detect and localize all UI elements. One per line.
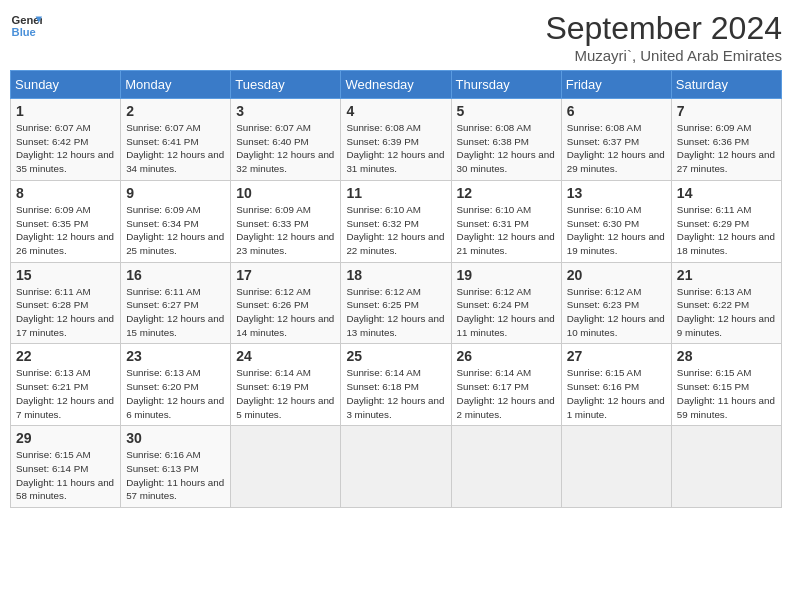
day-number: 8 — [16, 185, 115, 201]
day-info: Sunrise: 6:11 AM Sunset: 6:28 PM Dayligh… — [16, 285, 115, 340]
day-number: 17 — [236, 267, 335, 283]
header-cell-friday: Friday — [561, 71, 671, 99]
day-number: 21 — [677, 267, 776, 283]
day-info: Sunrise: 6:10 AM Sunset: 6:30 PM Dayligh… — [567, 203, 666, 258]
month-title: September 2024 — [545, 10, 782, 47]
day-number: 19 — [457, 267, 556, 283]
day-number: 4 — [346, 103, 445, 119]
calendar-cell: 5Sunrise: 6:08 AM Sunset: 6:38 PM Daylig… — [451, 99, 561, 181]
header-cell-thursday: Thursday — [451, 71, 561, 99]
day-number: 6 — [567, 103, 666, 119]
day-info: Sunrise: 6:14 AM Sunset: 6:18 PM Dayligh… — [346, 366, 445, 421]
day-number: 9 — [126, 185, 225, 201]
day-number: 20 — [567, 267, 666, 283]
calendar-cell: 22Sunrise: 6:13 AM Sunset: 6:21 PM Dayli… — [11, 344, 121, 426]
calendar-week-2: 8Sunrise: 6:09 AM Sunset: 6:35 PM Daylig… — [11, 180, 782, 262]
day-number: 13 — [567, 185, 666, 201]
calendar-cell: 23Sunrise: 6:13 AM Sunset: 6:20 PM Dayli… — [121, 344, 231, 426]
page-header: General Blue September 2024 Muzayri`, Un… — [10, 10, 782, 64]
title-block: September 2024 Muzayri`, United Arab Emi… — [545, 10, 782, 64]
calendar-cell: 27Sunrise: 6:15 AM Sunset: 6:16 PM Dayli… — [561, 344, 671, 426]
calendar-cell: 9Sunrise: 6:09 AM Sunset: 6:34 PM Daylig… — [121, 180, 231, 262]
day-number: 27 — [567, 348, 666, 364]
calendar-cell — [451, 426, 561, 508]
day-info: Sunrise: 6:14 AM Sunset: 6:17 PM Dayligh… — [457, 366, 556, 421]
calendar-cell: 19Sunrise: 6:12 AM Sunset: 6:24 PM Dayli… — [451, 262, 561, 344]
day-info: Sunrise: 6:09 AM Sunset: 6:35 PM Dayligh… — [16, 203, 115, 258]
day-number: 12 — [457, 185, 556, 201]
calendar-cell — [671, 426, 781, 508]
day-info: Sunrise: 6:09 AM Sunset: 6:33 PM Dayligh… — [236, 203, 335, 258]
calendar-header: SundayMondayTuesdayWednesdayThursdayFrid… — [11, 71, 782, 99]
logo: General Blue — [10, 10, 42, 42]
calendar-cell — [231, 426, 341, 508]
day-number: 24 — [236, 348, 335, 364]
calendar-cell: 8Sunrise: 6:09 AM Sunset: 6:35 PM Daylig… — [11, 180, 121, 262]
calendar-cell: 28Sunrise: 6:15 AM Sunset: 6:15 PM Dayli… — [671, 344, 781, 426]
calendar-cell — [341, 426, 451, 508]
day-info: Sunrise: 6:11 AM Sunset: 6:29 PM Dayligh… — [677, 203, 776, 258]
day-number: 7 — [677, 103, 776, 119]
calendar-cell: 6Sunrise: 6:08 AM Sunset: 6:37 PM Daylig… — [561, 99, 671, 181]
day-info: Sunrise: 6:10 AM Sunset: 6:31 PM Dayligh… — [457, 203, 556, 258]
calendar-week-1: 1Sunrise: 6:07 AM Sunset: 6:42 PM Daylig… — [11, 99, 782, 181]
calendar-cell: 7Sunrise: 6:09 AM Sunset: 6:36 PM Daylig… — [671, 99, 781, 181]
calendar-cell: 11Sunrise: 6:10 AM Sunset: 6:32 PM Dayli… — [341, 180, 451, 262]
calendar-cell: 3Sunrise: 6:07 AM Sunset: 6:40 PM Daylig… — [231, 99, 341, 181]
header-cell-monday: Monday — [121, 71, 231, 99]
calendar-body: 1Sunrise: 6:07 AM Sunset: 6:42 PM Daylig… — [11, 99, 782, 508]
calendar-week-4: 22Sunrise: 6:13 AM Sunset: 6:21 PM Dayli… — [11, 344, 782, 426]
calendar-cell: 21Sunrise: 6:13 AM Sunset: 6:22 PM Dayli… — [671, 262, 781, 344]
day-number: 1 — [16, 103, 115, 119]
header-row: SundayMondayTuesdayWednesdayThursdayFrid… — [11, 71, 782, 99]
calendar-cell: 17Sunrise: 6:12 AM Sunset: 6:26 PM Dayli… — [231, 262, 341, 344]
day-number: 28 — [677, 348, 776, 364]
day-number: 23 — [126, 348, 225, 364]
calendar-cell: 15Sunrise: 6:11 AM Sunset: 6:28 PM Dayli… — [11, 262, 121, 344]
day-info: Sunrise: 6:08 AM Sunset: 6:37 PM Dayligh… — [567, 121, 666, 176]
location: Muzayri`, United Arab Emirates — [545, 47, 782, 64]
day-number: 30 — [126, 430, 225, 446]
day-info: Sunrise: 6:07 AM Sunset: 6:41 PM Dayligh… — [126, 121, 225, 176]
day-number: 22 — [16, 348, 115, 364]
calendar-cell: 30Sunrise: 6:16 AM Sunset: 6:13 PM Dayli… — [121, 426, 231, 508]
day-info: Sunrise: 6:07 AM Sunset: 6:42 PM Dayligh… — [16, 121, 115, 176]
day-info: Sunrise: 6:12 AM Sunset: 6:26 PM Dayligh… — [236, 285, 335, 340]
day-info: Sunrise: 6:13 AM Sunset: 6:20 PM Dayligh… — [126, 366, 225, 421]
header-cell-saturday: Saturday — [671, 71, 781, 99]
calendar-cell: 25Sunrise: 6:14 AM Sunset: 6:18 PM Dayli… — [341, 344, 451, 426]
calendar-cell: 29Sunrise: 6:15 AM Sunset: 6:14 PM Dayli… — [11, 426, 121, 508]
day-info: Sunrise: 6:15 AM Sunset: 6:14 PM Dayligh… — [16, 448, 115, 503]
day-number: 16 — [126, 267, 225, 283]
day-info: Sunrise: 6:08 AM Sunset: 6:39 PM Dayligh… — [346, 121, 445, 176]
day-info: Sunrise: 6:15 AM Sunset: 6:15 PM Dayligh… — [677, 366, 776, 421]
header-cell-sunday: Sunday — [11, 71, 121, 99]
calendar-cell: 13Sunrise: 6:10 AM Sunset: 6:30 PM Dayli… — [561, 180, 671, 262]
calendar-cell: 18Sunrise: 6:12 AM Sunset: 6:25 PM Dayli… — [341, 262, 451, 344]
day-number: 26 — [457, 348, 556, 364]
calendar-cell: 26Sunrise: 6:14 AM Sunset: 6:17 PM Dayli… — [451, 344, 561, 426]
day-number: 3 — [236, 103, 335, 119]
day-info: Sunrise: 6:12 AM Sunset: 6:24 PM Dayligh… — [457, 285, 556, 340]
day-info: Sunrise: 6:08 AM Sunset: 6:38 PM Dayligh… — [457, 121, 556, 176]
header-cell-tuesday: Tuesday — [231, 71, 341, 99]
day-number: 25 — [346, 348, 445, 364]
day-number: 29 — [16, 430, 115, 446]
day-info: Sunrise: 6:11 AM Sunset: 6:27 PM Dayligh… — [126, 285, 225, 340]
calendar-cell: 2Sunrise: 6:07 AM Sunset: 6:41 PM Daylig… — [121, 99, 231, 181]
calendar-cell: 20Sunrise: 6:12 AM Sunset: 6:23 PM Dayli… — [561, 262, 671, 344]
day-info: Sunrise: 6:09 AM Sunset: 6:36 PM Dayligh… — [677, 121, 776, 176]
calendar-cell: 14Sunrise: 6:11 AM Sunset: 6:29 PM Dayli… — [671, 180, 781, 262]
day-number: 18 — [346, 267, 445, 283]
day-info: Sunrise: 6:09 AM Sunset: 6:34 PM Dayligh… — [126, 203, 225, 258]
day-info: Sunrise: 6:12 AM Sunset: 6:23 PM Dayligh… — [567, 285, 666, 340]
calendar-cell: 16Sunrise: 6:11 AM Sunset: 6:27 PM Dayli… — [121, 262, 231, 344]
day-number: 14 — [677, 185, 776, 201]
calendar-cell: 10Sunrise: 6:09 AM Sunset: 6:33 PM Dayli… — [231, 180, 341, 262]
calendar-week-5: 29Sunrise: 6:15 AM Sunset: 6:14 PM Dayli… — [11, 426, 782, 508]
day-number: 10 — [236, 185, 335, 201]
calendar-cell — [561, 426, 671, 508]
svg-text:General: General — [12, 14, 42, 26]
day-info: Sunrise: 6:10 AM Sunset: 6:32 PM Dayligh… — [346, 203, 445, 258]
calendar-cell: 12Sunrise: 6:10 AM Sunset: 6:31 PM Dayli… — [451, 180, 561, 262]
